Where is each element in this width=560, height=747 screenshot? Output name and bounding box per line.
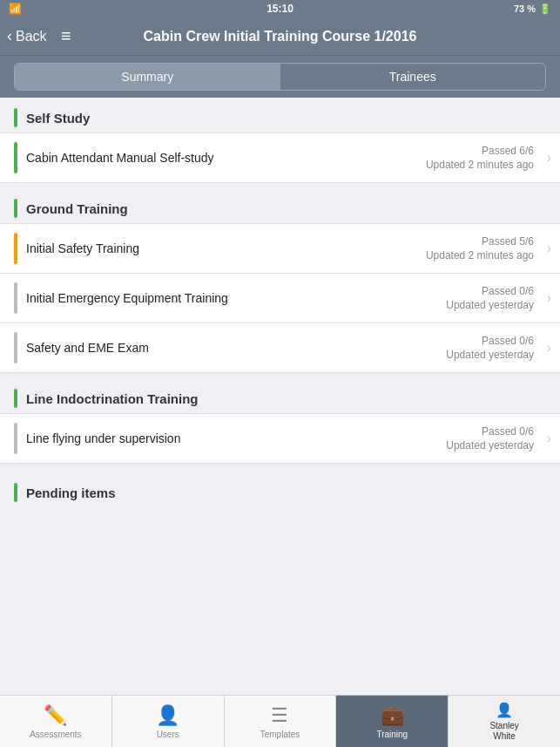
item-accent-orange bbox=[14, 233, 17, 264]
item-accent-gray bbox=[14, 332, 17, 363]
item-status-line2: Updated 2 minutes ago bbox=[426, 159, 534, 171]
item-status-line1: Passed 0/6 bbox=[482, 285, 534, 297]
templates-icon: ☰ bbox=[271, 704, 288, 727]
item-status-line2: Updated yesterday bbox=[446, 299, 534, 311]
list-item[interactable]: Safety and EME Exam Passed 0/6 Updated y… bbox=[0, 323, 560, 373]
nav-bar: ‹ Back ≡ Cabin Crew Initial Training Cou… bbox=[0, 17, 560, 56]
user-avatar-icon: 👤 bbox=[496, 702, 513, 718]
back-label: Back bbox=[16, 29, 47, 44]
status-bar: 📶 15:10 73 % 🔋 bbox=[0, 0, 560, 17]
section-line-indoctrination-label: Line Indoctrination Training bbox=[26, 391, 199, 406]
assessments-icon: ✏️ bbox=[44, 704, 67, 727]
battery-icon: 🔋 bbox=[539, 3, 551, 15]
item-title: Initial Emergency Equipment Training bbox=[26, 291, 228, 305]
section-line-indoctrination-header: Line Indoctrination Training bbox=[0, 378, 560, 413]
list-item[interactable]: Line flying under supervision Passed 0/6… bbox=[0, 413, 560, 464]
wifi-icon: 📶 bbox=[9, 3, 22, 15]
section-accent-pending bbox=[14, 483, 17, 502]
tab-assessments-label: Assessments bbox=[30, 730, 81, 739]
item-status-line2: Updated yesterday bbox=[446, 439, 534, 452]
ground-training-items: Initial Safety Training Passed 5/6 Updat… bbox=[0, 223, 560, 373]
status-right: 73 % 🔋 bbox=[514, 3, 551, 15]
status-time: 15:10 bbox=[267, 3, 293, 15]
item-title: Safety and EME Exam bbox=[26, 341, 149, 355]
tab-users[interactable]: 👤 Users bbox=[112, 696, 225, 747]
battery-label: 73 % bbox=[514, 3, 536, 14]
separator bbox=[0, 464, 560, 469]
tab-assessments[interactable]: ✏️ Assessments bbox=[0, 696, 112, 747]
content-area: Self Study Cabin Attendant Manual Self-s… bbox=[0, 98, 560, 696]
section-self-study-header: Self Study bbox=[0, 98, 560, 132]
item-title: Cabin Attendant Manual Self-study bbox=[26, 151, 214, 165]
item-status-line1: Passed 0/6 bbox=[482, 425, 534, 438]
users-icon: 👤 bbox=[156, 704, 179, 727]
back-button[interactable]: ‹ Back bbox=[7, 27, 47, 45]
tab-templates-label: Templates bbox=[260, 730, 300, 739]
tab-bar: ✏️ Assessments 👤 Users ☰ Templates 💼 Tra… bbox=[0, 695, 560, 747]
section-accent-ground-training bbox=[14, 199, 17, 218]
training-icon: 💼 bbox=[381, 704, 404, 727]
section-ground-training-header: Ground Training bbox=[0, 188, 560, 223]
tab-training-label: Training bbox=[376, 730, 408, 739]
chevron-icon: › bbox=[547, 340, 551, 356]
item-title: Line flying under supervision bbox=[26, 431, 180, 445]
tab-user-label: StanleyWhite bbox=[489, 721, 518, 742]
line-indoctrination-items: Line flying under supervision Passed 0/6… bbox=[0, 413, 560, 464]
item-accent-gray bbox=[14, 282, 17, 314]
list-item[interactable]: Cabin Attendant Manual Self-study Passed… bbox=[0, 132, 560, 183]
back-chevron-icon: ‹ bbox=[7, 27, 12, 45]
tab-training[interactable]: 💼 Training bbox=[336, 696, 449, 747]
tab-summary[interactable]: Summary bbox=[15, 64, 280, 90]
tab-trainees[interactable]: Trainees bbox=[280, 64, 546, 90]
tab-users-label: Users bbox=[157, 730, 179, 739]
item-accent-gray bbox=[14, 423, 17, 454]
item-status-line2: Updated 2 minutes ago bbox=[426, 249, 534, 261]
chevron-icon: › bbox=[547, 241, 551, 256]
section-accent-self-study bbox=[14, 108, 17, 127]
tab-templates[interactable]: ☰ Templates bbox=[225, 696, 337, 747]
item-status-line1: Passed 5/6 bbox=[482, 235, 534, 248]
section-accent-line-indoctrination bbox=[14, 389, 17, 408]
item-status-line1: Passed 0/6 bbox=[482, 335, 534, 347]
chevron-icon: › bbox=[547, 290, 551, 306]
section-pending-label: Pending items bbox=[26, 486, 116, 500]
self-study-items: Cabin Attendant Manual Self-study Passed… bbox=[0, 132, 560, 183]
section-ground-training-label: Ground Training bbox=[26, 201, 128, 216]
section-pending-header: Pending items bbox=[0, 472, 560, 507]
item-status-line2: Updated yesterday bbox=[446, 349, 534, 361]
item-status-line1: Passed 6/6 bbox=[482, 145, 534, 157]
menu-button[interactable]: ≡ bbox=[61, 26, 71, 46]
item-accent-green bbox=[14, 142, 17, 173]
item-title: Initial Safety Training bbox=[26, 241, 139, 255]
list-item[interactable]: Initial Emergency Equipment Training Pas… bbox=[0, 274, 560, 323]
tab-user-profile[interactable]: 👤 StanleyWhite bbox=[449, 696, 560, 747]
chevron-icon: › bbox=[547, 150, 551, 166]
section-self-study-label: Self Study bbox=[26, 111, 90, 126]
status-left: 📶 bbox=[9, 3, 22, 15]
segment-control: Summary Trainees bbox=[0, 56, 560, 98]
nav-title: Cabin Crew Initial Training Course 1/201… bbox=[144, 29, 417, 44]
chevron-icon: › bbox=[547, 431, 551, 446]
list-item[interactable]: Initial Safety Training Passed 5/6 Updat… bbox=[0, 223, 560, 274]
segment-inner: Summary Trainees bbox=[14, 63, 546, 91]
